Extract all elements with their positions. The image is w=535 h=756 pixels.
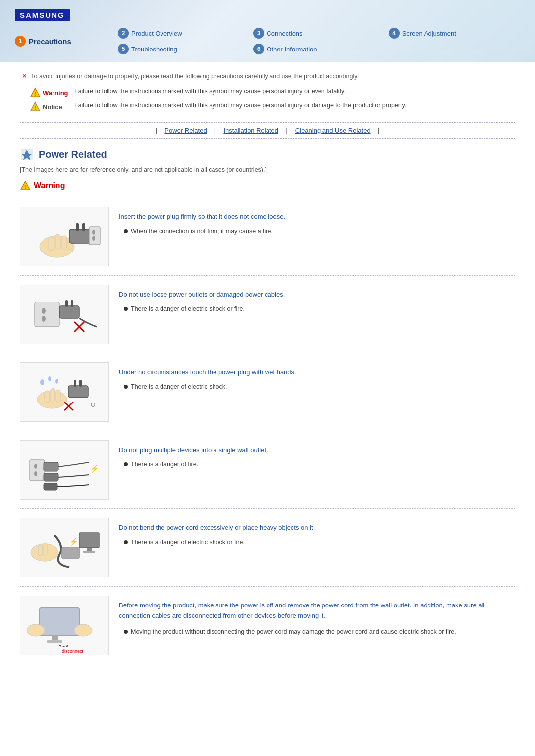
instruction-text-last: Before moving the product, make sure the…: [119, 596, 515, 636]
notice-symbol-row: ! Notice Failure to follow the instructi…: [30, 101, 515, 112]
nav-grid: 1 Precautions 2 Product Overview 3 Conne…: [15, 26, 520, 62]
svg-point-32: [48, 376, 51, 381]
instruction-item-last: disconnect Before moving the product, ma…: [20, 587, 515, 670]
section-header: Power Related: [20, 148, 515, 161]
nav-section-label: Precautions: [29, 37, 71, 46]
x-mark-icon: ✕: [22, 72, 27, 80]
nav-item-other-information[interactable]: 6 Other Information: [249, 42, 384, 56]
bullet-dot-4: [124, 462, 128, 466]
tab-link-power-related[interactable]: Power Related: [164, 127, 207, 134]
instruction-main-2: Do not use loose power outlets or damage…: [119, 290, 515, 300]
power-related-icon: [20, 148, 34, 161]
tab-link-cleaning-use-related[interactable]: Cleaning and Use Related: [295, 127, 371, 134]
tab-link-installation-related[interactable]: Installation Related: [223, 127, 278, 134]
svg-point-31: [40, 379, 44, 385]
nav-item-product-overview[interactable]: 2 Product Overview: [114, 26, 249, 40]
plug-illustration-3: O: [25, 365, 104, 419]
instruction-bullet-2: There is a danger of electric shock or f…: [124, 304, 515, 314]
warning-label: Warning: [43, 89, 68, 97]
bullet-dot-last: [124, 630, 128, 634]
instruction-bullet-last: Moving the product without disconnecting…: [124, 627, 515, 637]
instruction-image-2: [20, 285, 109, 344]
instruction-bullet-3: There is a danger of electric shock.: [124, 382, 515, 392]
svg-rect-46: [44, 483, 57, 490]
section-warning-header: ! Warning: [20, 180, 515, 191]
nav-item-screen-adjustment[interactable]: 4 Screen Adjustment: [385, 26, 520, 40]
svg-text:!: !: [34, 91, 36, 97]
svg-text:!: !: [34, 105, 36, 111]
notice-bar-text: To avoid injuries or damage to property,…: [31, 73, 359, 80]
nav-item-connections[interactable]: 3 Connections: [249, 26, 384, 40]
svg-rect-15: [82, 223, 85, 231]
svg-text:⚡: ⚡: [90, 465, 99, 473]
svg-text:⚡: ⚡: [69, 538, 78, 546]
warning-symbol-text: Failure to follow the instructions marke…: [74, 87, 346, 96]
svg-rect-10: [55, 234, 60, 249]
nav-item-troubleshooting[interactable]: 5 Troubleshooting: [114, 42, 249, 56]
instruction-image-last: disconnect: [20, 596, 109, 655]
nav-circle-1: 1: [15, 36, 26, 47]
instruction-item-3: O Under no circumstances touch the power…: [20, 353, 515, 431]
bullet-dot-1: [124, 229, 128, 233]
svg-rect-23: [65, 300, 68, 307]
nav-circle-4: 4: [389, 28, 400, 39]
svg-rect-22: [59, 306, 79, 318]
nav-circle-3: 3: [253, 28, 264, 39]
current-section: 1 Precautions: [15, 36, 114, 47]
tab-links-bar: | Power Related | Installation Related |…: [20, 122, 515, 139]
section-title: Power Related: [39, 149, 107, 160]
svg-rect-45: [44, 473, 58, 481]
plug-illustration-1: [25, 209, 104, 264]
svg-rect-9: [49, 237, 54, 251]
svg-text:disconnect: disconnect: [62, 649, 84, 653]
instruction-para-last: Before moving the product, make sure the…: [119, 601, 515, 621]
svg-point-21: [42, 316, 46, 322]
section-warning-icon: !: [20, 180, 31, 191]
svg-rect-51: [62, 548, 79, 558]
instruction-item-1: Insert the power plug firmly so that it …: [20, 198, 515, 276]
warning-triangle-icon: !: [30, 87, 41, 98]
notice-symbol-text: Failure to follow the instructions marke…: [74, 101, 406, 110]
svg-point-59: [27, 624, 45, 636]
instruction-main-4: Do not plug multiple devices into a sing…: [119, 445, 515, 455]
instruction-bullet-5: There is a danger of electric shock or f…: [124, 538, 515, 547]
svg-rect-41: [30, 460, 45, 481]
notice-triangle-icon: !: [30, 101, 41, 112]
instruction-item-4: ⚡ Do not plug multiple devices into a si…: [20, 431, 515, 509]
svg-rect-28: [45, 391, 50, 403]
svg-rect-54: [83, 551, 95, 553]
instruction-image-3: O: [20, 362, 109, 422]
instruction-text-5: Do not bend the power cord excessively o…: [119, 518, 515, 547]
instruction-bullet-1: When the connection is not firm, it may …: [124, 227, 515, 236]
instruction-main-1: Insert the power plug firmly so that it …: [119, 212, 515, 222]
notice-label: Notice: [43, 103, 62, 111]
svg-point-33: [55, 379, 58, 384]
warning-symbol-row: ! Warning Failure to follow the instruct…: [30, 87, 515, 98]
notice-bar: ✕ To avoid injuries or damage to propert…: [20, 72, 515, 80]
svg-rect-35: [74, 380, 76, 387]
samsung-logo: SAMSUNG: [15, 9, 70, 21]
instruction-item-5: ⚡ Do not bend the power cord excessively…: [20, 509, 515, 587]
instruction-bullet-4: There is a danger of fire.: [124, 460, 515, 469]
svg-rect-58: [47, 640, 62, 643]
nav-circle-2: 2: [118, 28, 129, 39]
svg-rect-44: [44, 462, 58, 471]
header: SAMSUNG 1 Precautions 2 Product Overview…: [0, 0, 535, 62]
svg-point-20: [42, 308, 46, 314]
svg-point-60: [74, 624, 92, 636]
instruction-image-4: ⚡: [20, 440, 109, 500]
reference-note: [The images here are for reference only,…: [20, 166, 515, 173]
content: ✕ To avoid injuries or damage to propert…: [0, 62, 535, 680]
section-warning-label: Warning: [34, 181, 65, 190]
instruction-image-5: ⚡: [20, 518, 109, 577]
svg-rect-29: [51, 388, 55, 402]
svg-rect-14: [76, 223, 79, 231]
svg-rect-13: [69, 229, 92, 243]
instruction-text-3: Under no circumstances touch the power p…: [119, 362, 515, 391]
nav-circle-5: 5: [118, 44, 129, 54]
plug-illustration-2: [25, 287, 104, 342]
plug-illustration-4: ⚡: [25, 443, 104, 497]
bullet-dot-3: [124, 385, 128, 389]
svg-rect-30: [56, 390, 60, 402]
notice-symbol-box: ! Notice: [30, 101, 69, 112]
